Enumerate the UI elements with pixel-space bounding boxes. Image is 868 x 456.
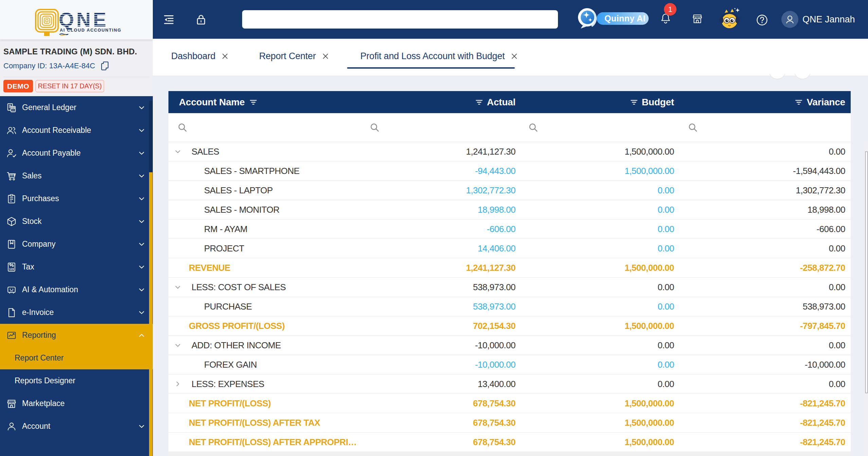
floating-button[interactable] [794, 74, 811, 79]
qne-logo[interactable]: QNE AI CLOUD ACCOUNTING [0, 0, 153, 39]
actual-value[interactable]: -94,443.00 [365, 161, 524, 180]
table-row[interactable]: PURCHASE538,973.000.00538,973.00 [168, 297, 851, 316]
column-header-actual[interactable]: Actual [365, 91, 524, 113]
budget-value[interactable]: 0.00 [524, 355, 683, 374]
filter-cell-actual[interactable] [365, 113, 524, 142]
variance-value: 538,973.00 [683, 297, 851, 316]
sidebar-item-sales[interactable]: Sales [0, 164, 153, 187]
collapse-row-icon[interactable] [174, 148, 181, 155]
sidebar-item-general-ledger[interactable]: General Ledger [0, 96, 153, 119]
cube-icon [6, 216, 17, 227]
quinny-mascot-icon[interactable] [718, 7, 741, 31]
table-row[interactable]: NET PROFIT/(LOSS) AFTER APPROPRI…678,754… [168, 433, 851, 452]
sidebar-item-ai-automation[interactable]: AI & Automation [0, 278, 153, 301]
marketplace-store-icon[interactable] [691, 13, 703, 24]
table-row[interactable]: RM - AYAM-606.000.00-606.00 [168, 220, 851, 239]
tab-report-center[interactable]: Report Center [259, 51, 329, 62]
sidebar-item-e-invoice[interactable]: e-Invoice [0, 301, 153, 324]
table-row[interactable]: SALES - LAPTOP1,302,772.300.001,302,772.… [168, 181, 851, 200]
divider [3, 77, 149, 77]
column-header-variance[interactable]: Variance [683, 91, 851, 113]
table-row[interactable]: LESS: EXPENSES13,400.000.000.00 [168, 374, 851, 394]
budget-value[interactable]: 1,500,000.00 [524, 161, 683, 180]
table-row[interactable]: NET PROFIT/(LOSS)678,754.301,500,000.00-… [168, 394, 851, 413]
help-icon[interactable] [756, 14, 768, 26]
cart-icon [6, 171, 17, 181]
filter-icon[interactable] [249, 98, 258, 107]
table-row[interactable]: SALES - SMARTPHONE-94,443.001,500,000.00… [168, 161, 851, 181]
sidebar-item-stock[interactable]: Stock [0, 210, 153, 233]
global-search-input[interactable] [242, 10, 558, 29]
sidebar-scrollbar-thumb[interactable] [149, 101, 152, 172]
column-header-account-name[interactable]: Account Name [168, 91, 365, 113]
table-row[interactable]: SALES - MONITOR18,998.000.0018,998.00 [168, 200, 851, 220]
notification-count-badge[interactable]: 1 [664, 3, 676, 16]
sidebar-item-label: Reports Designer [15, 376, 75, 385]
close-icon[interactable] [221, 53, 229, 60]
sidebar-item-purchases[interactable]: Purchases [0, 187, 153, 210]
actual-value[interactable]: 14,406.00 [365, 239, 524, 258]
actual-value[interactable]: -606.00 [365, 220, 524, 239]
actual-value[interactable]: 1,302,772.30 [365, 181, 524, 200]
close-icon[interactable] [511, 53, 518, 60]
user-name[interactable]: QNE Jannah [802, 0, 855, 39]
budget-value: 1,500,000.00 [524, 413, 683, 432]
budget-value[interactable]: 0.00 [524, 297, 683, 316]
copy-icon[interactable] [100, 61, 110, 71]
sidebar-scrollbar-track[interactable] [149, 96, 152, 456]
budget-value[interactable]: 0.00 [524, 239, 683, 258]
filter-icon[interactable] [475, 98, 484, 107]
variance-value: 0.00 [683, 239, 851, 258]
sidebar-item-account-receivable[interactable]: Account Receivable [0, 119, 153, 142]
collapse-row-icon[interactable] [174, 342, 181, 349]
sidebar-collapse-icon[interactable] [163, 14, 174, 25]
sidebar-item-reporting[interactable]: Reporting [0, 324, 153, 347]
sidebar-item-label: General Ledger [22, 103, 76, 112]
sidebar-item-marketplace[interactable]: Marketplace [0, 392, 153, 415]
account-name: NET PROFIT/(LOSS) AFTER TAX [189, 418, 320, 428]
quinny-ai-button[interactable]: Quinny AI [577, 7, 650, 30]
sidebar-item-tax[interactable]: Tax [0, 256, 153, 278]
actual-value[interactable]: 538,973.00 [365, 297, 524, 316]
actual-value: 702,154.30 [365, 316, 524, 335]
sidebar-item-reports-designer[interactable]: Reports Designer [0, 369, 153, 392]
actual-value: 538,973.00 [365, 278, 524, 297]
close-icon[interactable] [322, 53, 329, 60]
sidebar-item-account[interactable]: Account [0, 415, 153, 438]
tab-dashboard[interactable]: Dashboard [171, 51, 229, 62]
sidebar-item-report-center[interactable]: Report Center [0, 347, 153, 369]
sidebar-item-label: Account Payable [22, 148, 81, 158]
sidebar-item-company[interactable]: Company [0, 233, 153, 256]
table-row[interactable]: SALES1,241,127.301,500,000.000.00 [168, 142, 851, 161]
budget-value[interactable]: 0.00 [524, 220, 683, 239]
grid-scrollbar-thumb[interactable] [865, 152, 868, 393]
table-row[interactable]: NET PROFIT/(LOSS) AFTER TAX678,754.301,5… [168, 413, 851, 433]
sidebar-item-account-payable[interactable]: Account Payable [0, 142, 153, 164]
grid-scrollbar-track[interactable] [865, 142, 868, 456]
user-avatar[interactable] [781, 11, 798, 28]
lock-icon[interactable] [195, 13, 207, 26]
table-row[interactable]: LESS: COST OF SALES538,973.000.000.00 [168, 278, 851, 297]
actual-value[interactable]: -10,000.00 [365, 355, 524, 374]
expand-row-icon[interactable] [174, 381, 181, 388]
budget-value[interactable]: 0.00 [524, 200, 683, 219]
filter-icon[interactable] [630, 98, 638, 107]
filter-cell-budget[interactable] [524, 113, 683, 142]
demo-badge[interactable]: DEMO [3, 80, 33, 92]
table-row[interactable]: FOREX GAIN-10,000.000.00-10,000.00 [168, 355, 851, 374]
floating-button[interactable] [769, 74, 786, 79]
filter-icon[interactable] [794, 98, 803, 107]
actual-value[interactable]: 18,998.00 [365, 200, 524, 219]
filter-cell-account-name[interactable] [168, 113, 365, 142]
tab-profit-and-loss-account-with-budget[interactable]: Profit and Loss Account with Budget [360, 51, 518, 62]
chevron-down-icon [138, 218, 145, 225]
table-row[interactable]: ADD: OTHER INCOME-10,000.000.000.00 [168, 336, 851, 355]
table-row[interactable]: GROSS PROFIT/(LOSS)702,154.301,500,000.0… [168, 316, 851, 336]
budget-value[interactable]: 0.00 [524, 181, 683, 200]
table-row[interactable]: REVENUE1,241,127.301,500,000.00-258,872.… [168, 258, 851, 278]
column-header-budget[interactable]: Budget [524, 91, 683, 113]
collapse-row-icon[interactable] [174, 284, 181, 291]
table-row[interactable]: PROJECT14,406.000.000.00 [168, 239, 851, 258]
filter-cell-variance[interactable] [683, 113, 851, 142]
variance-value: -606.00 [683, 220, 851, 239]
